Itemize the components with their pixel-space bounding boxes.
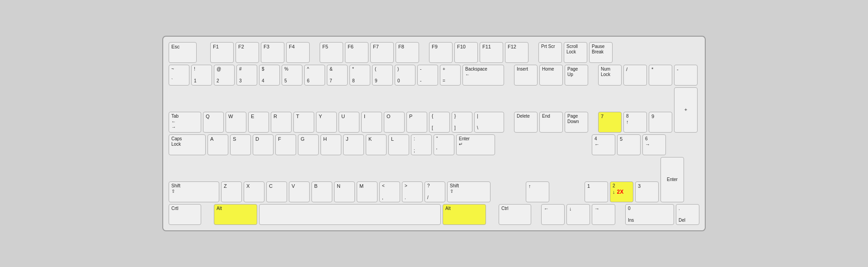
key-semicolon[interactable]: :; — [411, 134, 432, 155]
key-prtscr[interactable]: Prt Scr — [538, 42, 562, 63]
key-num-5[interactable]: 5 — [617, 134, 641, 155]
key-f4[interactable]: F4 — [286, 42, 310, 63]
key-lshift[interactable]: Shift⇧ — [169, 181, 219, 202]
key-9[interactable]: (9 — [372, 65, 393, 86]
key-f7[interactable]: F7 — [370, 42, 394, 63]
key-p[interactable]: P — [406, 112, 427, 133]
key-pausebreak[interactable]: PauseBreak — [589, 42, 613, 63]
key-f3[interactable]: F3 — [261, 42, 284, 63]
key-3[interactable]: #3 — [236, 65, 257, 86]
key-delete[interactable]: Delete — [514, 112, 538, 133]
key-j[interactable]: J — [343, 134, 364, 155]
key-i[interactable]: I — [361, 112, 382, 133]
key-0[interactable]: )0 — [395, 65, 415, 86]
key-v[interactable]: V — [289, 181, 310, 202]
key-insert[interactable]: Insert — [514, 65, 538, 86]
key-l[interactable]: L — [388, 134, 409, 155]
key-scrolllock[interactable]: ScrollLock — [564, 42, 587, 63]
key-5[interactable]: %5 — [282, 65, 302, 86]
key-o[interactable]: O — [384, 112, 405, 133]
key-num-dot[interactable]: .Del — [676, 204, 699, 225]
key-a[interactable]: A — [208, 134, 228, 155]
key-f[interactable]: F — [275, 134, 296, 155]
key-h[interactable]: H — [321, 134, 341, 155]
key-up[interactable]: ↑ — [526, 181, 549, 202]
key-quote[interactable]: "' — [434, 134, 454, 155]
key-down[interactable]: ↓ — [566, 204, 590, 225]
key-num-2[interactable]: 2↓2X — [610, 181, 633, 202]
key-backslash[interactable]: |\ — [474, 112, 504, 133]
key-enter[interactable]: Enter↵ — [456, 134, 495, 155]
key-8[interactable]: *8 — [349, 65, 370, 86]
key-f1[interactable]: F1 — [210, 42, 234, 63]
key-f8[interactable]: F8 — [396, 42, 419, 63]
key-1[interactable]: !1 — [191, 65, 212, 86]
key-period[interactable]: >. — [402, 181, 423, 202]
key-f6[interactable]: F6 — [345, 42, 368, 63]
key-right[interactable]: → — [592, 204, 615, 225]
key-numlock[interactable]: NumLock — [598, 65, 622, 86]
key-f10[interactable]: F10 — [454, 42, 478, 63]
key-t[interactable]: T — [293, 112, 314, 133]
key-ralt[interactable]: Alt — [443, 204, 486, 225]
key-r[interactable]: R — [271, 112, 292, 133]
key-num-1[interactable]: 1 — [585, 181, 608, 202]
key-x[interactable]: X — [244, 181, 264, 202]
key-num-8[interactable]: 8↑ — [623, 112, 647, 133]
key-backtick[interactable]: ~` — [169, 65, 189, 86]
key-7[interactable]: &7 — [327, 65, 348, 86]
key-backspace[interactable]: Backspace← — [462, 65, 504, 86]
key-pageup[interactable]: PageUp — [565, 65, 588, 86]
key-n[interactable]: N — [334, 181, 355, 202]
key-rctrl[interactable]: Ctrl — [499, 204, 531, 225]
key-z[interactable]: Z — [221, 181, 242, 202]
key-g[interactable]: G — [298, 134, 319, 155]
key-slash[interactable]: ?/ — [425, 181, 445, 202]
key-rbracket[interactable]: }] — [452, 112, 472, 133]
key-esc[interactable]: Esc — [169, 42, 197, 63]
key-pagedown[interactable]: PageDown — [565, 112, 588, 133]
key-b[interactable]: B — [311, 181, 332, 202]
key-q[interactable]: Q — [203, 112, 224, 133]
key-m[interactable]: M — [357, 181, 377, 202]
key-2[interactable]: @2 — [214, 65, 235, 86]
key-f12[interactable]: F12 — [505, 42, 528, 63]
key-c[interactable]: C — [266, 181, 287, 202]
key-num-slash[interactable]: / — [623, 65, 647, 86]
key-num-minus[interactable]: - — [674, 65, 698, 86]
key-k[interactable]: K — [366, 134, 387, 155]
key-home[interactable]: Home — [539, 65, 563, 86]
key-lctrl[interactable]: Crtl — [169, 204, 201, 225]
key-comma[interactable]: <, — [379, 181, 400, 202]
key-num-enter[interactable]: Enter — [660, 157, 684, 202]
key-capslock[interactable]: CapsLock — [169, 134, 206, 155]
key-end[interactable]: End — [539, 112, 563, 133]
key-e[interactable]: E — [248, 112, 269, 133]
key-num-6[interactable]: 6→ — [642, 134, 666, 155]
key-num-9[interactable]: 9 — [649, 112, 672, 133]
key-y[interactable]: Y — [316, 112, 337, 133]
key-u[interactable]: U — [339, 112, 359, 133]
key-num-asterisk[interactable]: * — [649, 65, 672, 86]
key-f5[interactable]: F5 — [320, 42, 343, 63]
key-f11[interactable]: F11 — [480, 42, 503, 63]
key-num-4[interactable]: 4← — [592, 134, 615, 155]
key-equals[interactable]: += — [440, 65, 461, 86]
key-num-7[interactable]: 7 — [598, 112, 622, 133]
key-num-plus[interactable]: + — [674, 87, 698, 133]
key-6[interactable]: ^6 — [304, 65, 325, 86]
key-f9[interactable]: F9 — [429, 42, 453, 63]
key-lbracket[interactable]: {[ — [429, 112, 450, 133]
key-s[interactable]: S — [230, 134, 251, 155]
key-space[interactable] — [259, 204, 441, 225]
key-tab[interactable]: Tab←→ — [169, 112, 201, 133]
key-num-0[interactable]: 0Ins — [625, 204, 674, 225]
key-rshift[interactable]: Shift⇧ — [447, 181, 491, 202]
key-lalt[interactable]: Alt — [214, 204, 257, 225]
key-4[interactable]: $4 — [259, 65, 280, 86]
key-f2[interactable]: F2 — [236, 42, 259, 63]
key-d[interactable]: D — [253, 134, 274, 155]
key-left[interactable]: ← — [541, 204, 565, 225]
key-w[interactable]: W — [226, 112, 246, 133]
key-num-3[interactable]: 3 — [635, 181, 659, 202]
